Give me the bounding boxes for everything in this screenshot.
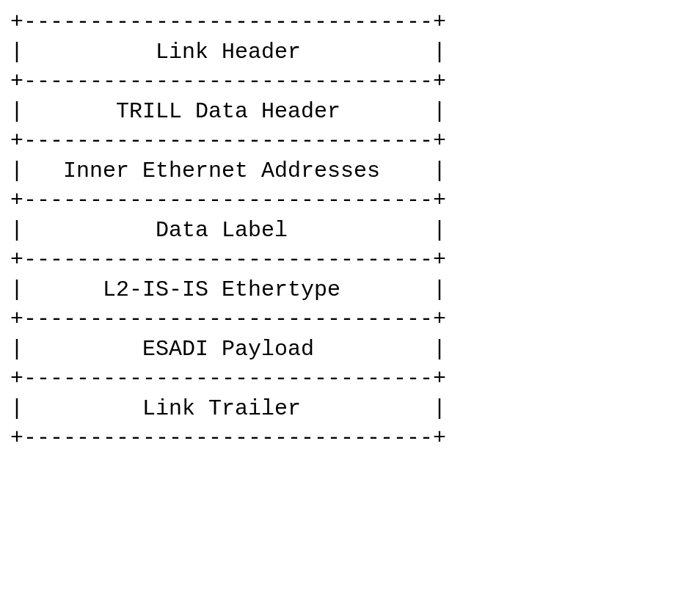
row-label: TRILL Data Header	[23, 99, 433, 124]
border-bottom: +-------------------------------+	[10, 426, 446, 450]
row-l2-is-is-ethertype: | L2-IS-IS Ethertype |	[10, 277, 446, 302]
packet-layout-diagram: +-------------------------------+ | Link…	[0, 0, 700, 461]
row-label: L2-IS-IS Ethertype	[23, 277, 433, 302]
row-label: Inner Ethernet Addresses	[23, 158, 433, 183]
row-label: Link Trailer	[23, 396, 433, 421]
row-inner-ethernet-addresses: | Inner Ethernet Addresses |	[10, 158, 446, 183]
border: +-------------------------------+	[10, 69, 446, 94]
row-label: Link Header	[23, 40, 433, 65]
row-link-header: | Link Header |	[10, 40, 446, 65]
border: +-------------------------------+	[10, 247, 446, 272]
border: +-------------------------------+	[10, 366, 446, 391]
row-trill-data-header: | TRILL Data Header |	[10, 99, 446, 124]
row-label: ESADI Payload	[23, 337, 433, 362]
border: +-------------------------------+	[10, 128, 446, 153]
row-data-label: | Data Label |	[10, 218, 446, 243]
row-link-trailer: | Link Trailer |	[10, 396, 446, 421]
row-esadi-payload: | ESADI Payload |	[10, 337, 446, 362]
border: +-------------------------------+	[10, 307, 446, 332]
border: +-------------------------------+	[10, 188, 446, 213]
row-label: Data Label	[23, 218, 433, 243]
border-top: +-------------------------------+	[10, 10, 446, 34]
